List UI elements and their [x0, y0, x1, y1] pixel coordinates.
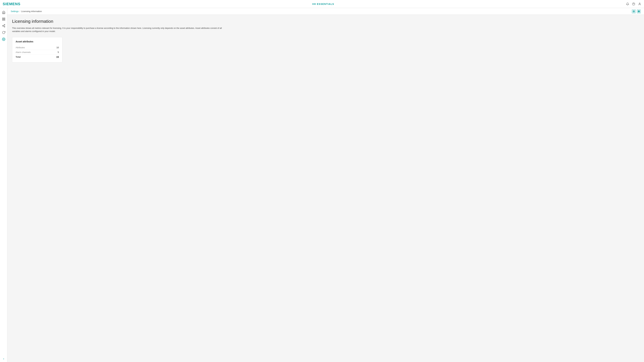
sidebar-item-refresh[interactable]: [1, 29, 7, 35]
svg-point-7: [4, 24, 5, 25]
svg-rect-6: [2, 19, 3, 20]
user-icon[interactable]: [638, 2, 641, 6]
alarm-channels-row: Alarm channels 5: [16, 50, 59, 55]
asset-attributes-card: Asset attributes Attributes 10 Alarm cha…: [12, 37, 62, 62]
svg-rect-13: [633, 10, 634, 11]
card-title: Asset attributes: [16, 40, 59, 43]
svg-rect-18: [638, 11, 640, 11]
breadcrumb: Settings / Licensing information: [11, 10, 42, 12]
attributes-label: Attributes: [16, 46, 25, 49]
breadcrumb-bar: Settings / Licensing information: [8, 8, 644, 15]
sidebar-item-settings[interactable]: [1, 36, 7, 42]
svg-point-9: [4, 26, 5, 27]
sidebar-item-home[interactable]: [1, 9, 7, 15]
attributes-row: Attributes 10: [16, 45, 59, 50]
breadcrumb-separator: /: [20, 10, 20, 12]
grid-view-icon[interactable]: [637, 9, 641, 13]
help-icon[interactable]: [632, 2, 635, 6]
content-area: Settings / Licensing information: [8, 8, 644, 362]
list-view-icon[interactable]: [632, 9, 636, 13]
app-title: IIH ESSENTIALS: [312, 3, 334, 5]
sidebar: »: [0, 8, 8, 362]
sidebar-expand-button[interactable]: »: [3, 358, 4, 360]
alarm-channels-label: Alarm channels: [16, 51, 31, 53]
svg-point-8: [2, 25, 3, 26]
svg-rect-5: [4, 19, 5, 20]
total-row: Total 15: [16, 55, 59, 59]
page-content: Licensing information This overview show…: [8, 15, 644, 362]
siemens-logo: SIEMENS: [3, 2, 20, 6]
svg-rect-16: [634, 11, 634, 12]
svg-point-12: [3, 39, 4, 40]
total-label: Total: [16, 56, 21, 58]
attributes-value: 10: [56, 46, 59, 49]
svg-rect-17: [638, 10, 640, 11]
total-value: 15: [56, 56, 59, 58]
svg-rect-15: [633, 11, 634, 12]
svg-rect-14: [634, 10, 634, 11]
page-title: Licensing information: [12, 19, 639, 24]
breadcrumb-current: Licensing information: [21, 10, 42, 12]
svg-point-2: [639, 3, 640, 4]
page-description: This overview shows all metrics relevant…: [12, 27, 230, 33]
sidebar-item-assets[interactable]: [1, 16, 7, 22]
breadcrumb-settings-link[interactable]: Settings: [11, 10, 18, 12]
svg-rect-3: [2, 18, 3, 19]
svg-line-10: [3, 26, 4, 26]
topbar: SIEMENS IIH ESSENTIALS: [0, 0, 644, 8]
main-layout: » Settings / Licensing information: [0, 8, 644, 362]
topbar-icons: [626, 2, 641, 6]
sidebar-item-share[interactable]: [1, 23, 7, 29]
svg-rect-4: [4, 18, 5, 19]
view-toggle: [632, 9, 641, 13]
svg-line-11: [3, 25, 4, 25]
notification-icon[interactable]: [626, 2, 629, 6]
svg-rect-19: [638, 12, 640, 12]
alarm-channels-value: 5: [58, 51, 59, 53]
